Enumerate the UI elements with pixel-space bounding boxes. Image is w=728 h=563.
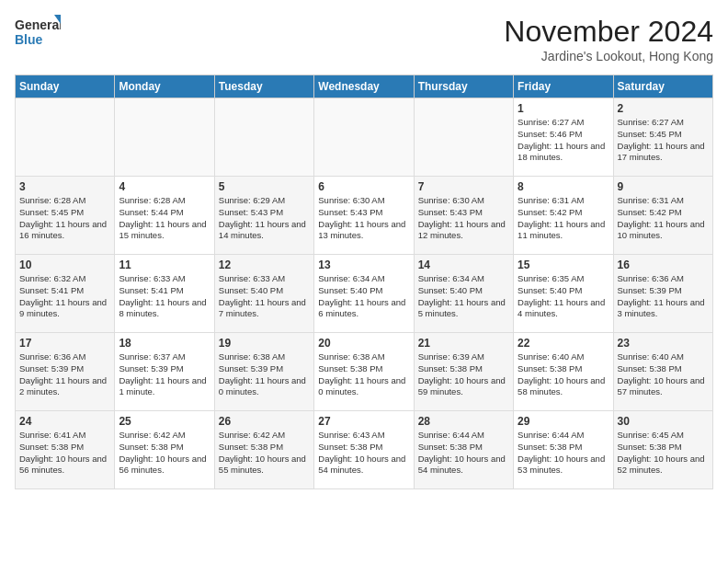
calendar-cell: 12Sunrise: 6:33 AM Sunset: 5:40 PM Dayli… (214, 255, 313, 333)
day-number: 2 (618, 102, 709, 115)
day-number: 27 (318, 415, 409, 428)
day-number: 24 (19, 415, 110, 428)
calendar-cell: 16Sunrise: 6:36 AM Sunset: 5:39 PM Dayli… (613, 255, 712, 333)
title-area: November 2024 Jardine's Lookout, Hong Ko… (504, 15, 713, 63)
calendar-cell: 11Sunrise: 6:33 AM Sunset: 5:41 PM Dayli… (115, 255, 214, 333)
day-number: 5 (219, 180, 310, 193)
calendar-cell (314, 98, 414, 177)
day-info: Sunrise: 6:27 AM Sunset: 5:46 PM Dayligh… (518, 117, 609, 164)
day-number: 22 (518, 337, 609, 350)
calendar-cell: 9Sunrise: 6:31 AM Sunset: 5:42 PM Daylig… (613, 177, 712, 255)
header-row: SundayMondayTuesdayWednesdayThursdayFrid… (16, 75, 713, 98)
day-number: 6 (318, 180, 409, 193)
week-row-2: 3Sunrise: 6:28 AM Sunset: 5:45 PM Daylig… (16, 177, 713, 255)
calendar-cell (414, 98, 513, 177)
day-info: Sunrise: 6:39 AM Sunset: 5:38 PM Dayligh… (418, 351, 509, 398)
day-number: 1 (518, 102, 609, 115)
calendar-cell: 6Sunrise: 6:30 AM Sunset: 5:43 PM Daylig… (314, 177, 414, 255)
day-number: 10 (19, 259, 110, 271)
day-number: 14 (418, 259, 509, 271)
day-number: 17 (19, 337, 110, 350)
day-number: 29 (518, 415, 609, 428)
day-number: 23 (618, 337, 709, 350)
day-number: 12 (219, 259, 310, 271)
day-number: 26 (219, 415, 310, 428)
calendar-cell: 10Sunrise: 6:32 AM Sunset: 5:41 PM Dayli… (16, 255, 115, 333)
col-header-saturday: Saturday (613, 75, 712, 98)
col-header-thursday: Thursday (414, 75, 513, 98)
calendar-cell: 17Sunrise: 6:36 AM Sunset: 5:39 PM Dayli… (16, 333, 115, 411)
day-info: Sunrise: 6:33 AM Sunset: 5:40 PM Dayligh… (219, 273, 310, 320)
day-info: Sunrise: 6:34 AM Sunset: 5:40 PM Dayligh… (418, 273, 509, 320)
calendar-cell (16, 98, 115, 177)
col-header-monday: Monday (115, 75, 214, 98)
calendar-cell: 7Sunrise: 6:30 AM Sunset: 5:43 PM Daylig… (414, 177, 513, 255)
calendar-cell (115, 98, 214, 177)
day-number: 15 (518, 259, 609, 271)
day-number: 13 (318, 259, 409, 271)
day-number: 19 (219, 337, 310, 350)
col-header-tuesday: Tuesday (214, 75, 313, 98)
day-info: Sunrise: 6:35 AM Sunset: 5:40 PM Dayligh… (518, 273, 609, 320)
day-info: Sunrise: 6:28 AM Sunset: 5:44 PM Dayligh… (119, 195, 210, 242)
day-info: Sunrise: 6:34 AM Sunset: 5:40 PM Dayligh… (318, 273, 409, 320)
day-info: Sunrise: 6:38 AM Sunset: 5:39 PM Dayligh… (219, 351, 310, 398)
svg-text:Blue: Blue (15, 32, 43, 47)
calendar-cell: 18Sunrise: 6:37 AM Sunset: 5:39 PM Dayli… (115, 333, 214, 411)
day-number: 3 (19, 180, 110, 193)
day-info: Sunrise: 6:31 AM Sunset: 5:42 PM Dayligh… (518, 195, 609, 242)
day-number: 18 (119, 337, 210, 350)
day-number: 20 (318, 337, 409, 350)
calendar-cell: 20Sunrise: 6:38 AM Sunset: 5:38 PM Dayli… (314, 333, 414, 411)
day-info: Sunrise: 6:40 AM Sunset: 5:38 PM Dayligh… (518, 351, 609, 398)
day-info: Sunrise: 6:33 AM Sunset: 5:41 PM Dayligh… (119, 273, 210, 320)
day-info: Sunrise: 6:30 AM Sunset: 5:43 PM Dayligh… (418, 195, 509, 242)
calendar-cell: 1Sunrise: 6:27 AM Sunset: 5:46 PM Daylig… (514, 98, 613, 177)
calendar-cell: 23Sunrise: 6:40 AM Sunset: 5:38 PM Dayli… (613, 333, 712, 411)
day-info: Sunrise: 6:28 AM Sunset: 5:45 PM Dayligh… (19, 195, 110, 242)
day-info: Sunrise: 6:37 AM Sunset: 5:39 PM Dayligh… (119, 351, 210, 398)
calendar-cell: 3Sunrise: 6:28 AM Sunset: 5:45 PM Daylig… (16, 177, 115, 255)
calendar-table: SundayMondayTuesdayWednesdayThursdayFrid… (15, 75, 713, 489)
day-info: Sunrise: 6:40 AM Sunset: 5:38 PM Dayligh… (618, 351, 709, 398)
calendar-cell: 26Sunrise: 6:42 AM Sunset: 5:38 PM Dayli… (214, 411, 313, 489)
calendar-cell: 13Sunrise: 6:34 AM Sunset: 5:40 PM Dayli… (314, 255, 414, 333)
week-row-5: 24Sunrise: 6:41 AM Sunset: 5:38 PM Dayli… (16, 411, 713, 489)
calendar-cell: 2Sunrise: 6:27 AM Sunset: 5:45 PM Daylig… (613, 98, 712, 177)
day-number: 30 (618, 415, 709, 428)
location: Jardine's Lookout, Hong Kong (504, 49, 713, 63)
day-info: Sunrise: 6:44 AM Sunset: 5:38 PM Dayligh… (518, 430, 609, 477)
day-number: 9 (618, 180, 709, 193)
week-row-4: 17Sunrise: 6:36 AM Sunset: 5:39 PM Dayli… (16, 333, 713, 411)
calendar-cell: 14Sunrise: 6:34 AM Sunset: 5:40 PM Dayli… (414, 255, 513, 333)
logo-icon: General Blue (15, 15, 61, 55)
day-number: 25 (119, 415, 210, 428)
logo: General Blue (15, 15, 61, 55)
day-info: Sunrise: 6:32 AM Sunset: 5:41 PM Dayligh… (19, 273, 110, 320)
day-number: 8 (518, 180, 609, 193)
day-number: 4 (119, 180, 210, 193)
day-info: Sunrise: 6:36 AM Sunset: 5:39 PM Dayligh… (618, 273, 709, 320)
day-info: Sunrise: 6:29 AM Sunset: 5:43 PM Dayligh… (219, 195, 310, 242)
col-header-wednesday: Wednesday (314, 75, 414, 98)
day-info: Sunrise: 6:42 AM Sunset: 5:38 PM Dayligh… (219, 430, 310, 477)
day-info: Sunrise: 6:43 AM Sunset: 5:38 PM Dayligh… (318, 430, 409, 477)
day-info: Sunrise: 6:42 AM Sunset: 5:38 PM Dayligh… (119, 430, 210, 477)
calendar-cell: 21Sunrise: 6:39 AM Sunset: 5:38 PM Dayli… (414, 333, 513, 411)
day-info: Sunrise: 6:30 AM Sunset: 5:43 PM Dayligh… (318, 195, 409, 242)
day-number: 7 (418, 180, 509, 193)
day-info: Sunrise: 6:31 AM Sunset: 5:42 PM Dayligh… (618, 195, 709, 242)
day-info: Sunrise: 6:36 AM Sunset: 5:39 PM Dayligh… (19, 351, 110, 398)
calendar-cell: 25Sunrise: 6:42 AM Sunset: 5:38 PM Dayli… (115, 411, 214, 489)
header: General Blue November 2024 Jardine's Loo… (15, 15, 713, 63)
day-info: Sunrise: 6:27 AM Sunset: 5:45 PM Dayligh… (618, 117, 709, 164)
day-number: 28 (418, 415, 509, 428)
calendar-cell: 24Sunrise: 6:41 AM Sunset: 5:38 PM Dayli… (16, 411, 115, 489)
day-info: Sunrise: 6:45 AM Sunset: 5:38 PM Dayligh… (618, 430, 709, 477)
calendar-cell (214, 98, 313, 177)
col-header-friday: Friday (514, 75, 613, 98)
calendar-cell: 27Sunrise: 6:43 AM Sunset: 5:38 PM Dayli… (314, 411, 414, 489)
week-row-3: 10Sunrise: 6:32 AM Sunset: 5:41 PM Dayli… (16, 255, 713, 333)
svg-text:General: General (15, 17, 61, 32)
calendar-cell: 4Sunrise: 6:28 AM Sunset: 5:44 PM Daylig… (115, 177, 214, 255)
